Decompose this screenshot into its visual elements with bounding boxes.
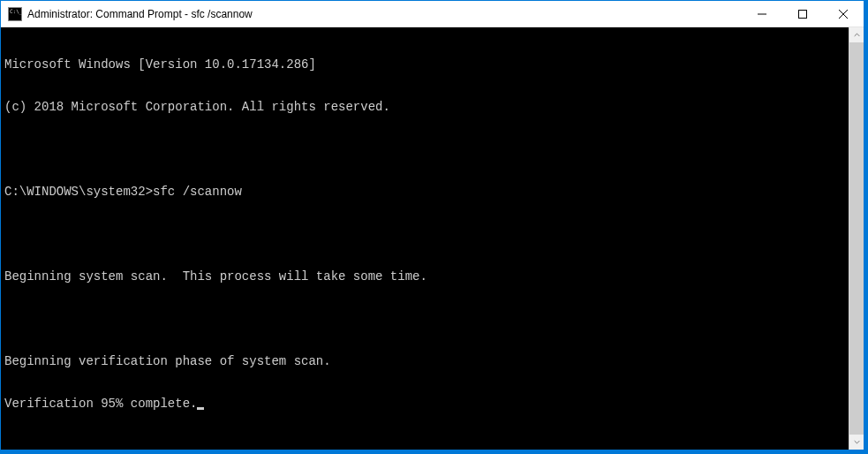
console-line: Verification 95% complete. [4,397,849,411]
command-prompt-window: Administrator: Command Prompt - sfc /sca… [0,0,864,450]
content-area: Microsoft Windows [Version 10.0.17134.28… [1,27,864,450]
maximize-icon [798,10,807,19]
console-line: C:\WINDOWS\system32>sfc /scannow [4,185,849,199]
svg-rect-1 [799,10,807,18]
cmd-icon [8,7,22,21]
console-line [4,227,849,241]
scroll-down-button[interactable] [849,435,864,450]
minimize-icon [758,10,766,19]
close-icon [839,10,848,19]
console-line: Microsoft Windows [Version 10.0.17134.28… [4,57,849,72]
console-output[interactable]: Microsoft Windows [Version 10.0.17134.28… [1,27,849,450]
chevron-down-icon [854,439,860,445]
console-line [4,312,849,326]
scroll-up-button[interactable] [849,27,864,42]
maximize-button[interactable] [782,1,823,26]
titlebar[interactable]: Administrator: Command Prompt - sfc /sca… [1,1,864,27]
chevron-up-icon [854,32,860,38]
console-line [4,142,849,156]
console-line: Beginning verification phase of system s… [4,354,849,368]
selection-edge [864,26,868,454]
window-controls [742,1,864,26]
minimize-button[interactable] [742,1,782,26]
window-title: Administrator: Command Prompt - sfc /sca… [27,8,742,20]
close-button[interactable] [823,1,864,26]
vertical-scrollbar[interactable] [849,27,864,450]
scrollbar-thumb[interactable] [849,42,864,435]
scrollbar-track[interactable] [849,42,864,435]
console-line: (c) 2018 Microsoft Corporation. All righ… [4,100,849,114]
console-line: Beginning system scan. This process will… [4,269,849,284]
cursor [197,407,204,410]
